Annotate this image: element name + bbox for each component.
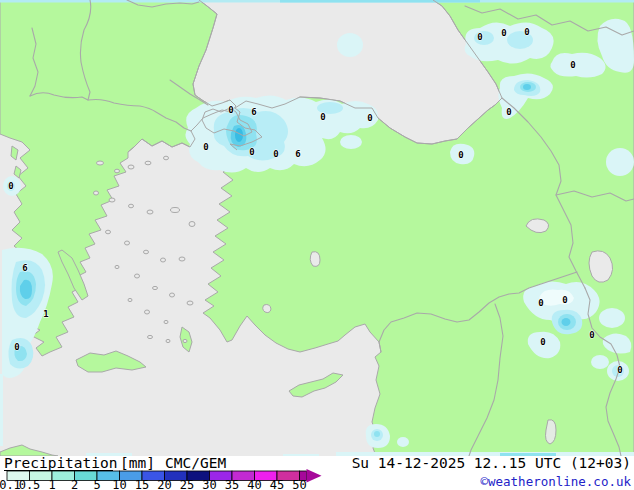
copyright-link[interactable]: ©weatheronline.co.uk bbox=[480, 474, 631, 489]
precip-value-marker: 6 bbox=[295, 149, 300, 159]
precip-levant-core bbox=[374, 431, 380, 437]
precip-value-marker: 6 bbox=[251, 107, 256, 117]
precip-value-marker: 0 bbox=[540, 337, 545, 347]
aegean-island bbox=[164, 156, 169, 160]
aegean-island bbox=[109, 198, 115, 202]
precip-levant-small bbox=[397, 437, 409, 447]
precip-value-marker: 0 bbox=[203, 142, 208, 152]
aegean-island bbox=[128, 298, 132, 301]
precip-value-marker: 0 bbox=[589, 330, 594, 340]
aegean-island bbox=[187, 301, 193, 305]
aegean-island bbox=[179, 257, 185, 261]
scale-label: 1 bbox=[48, 478, 55, 490]
aegean-island bbox=[135, 274, 140, 278]
aegean-island bbox=[170, 293, 175, 297]
aegean-island bbox=[164, 320, 168, 323]
precip-value-marker: 0 bbox=[14, 342, 19, 352]
aegean-island bbox=[115, 169, 120, 173]
precip-value-marker: 0 bbox=[524, 27, 529, 37]
precip-east-lobe1 bbox=[599, 308, 625, 328]
precip-value-marker: 1 bbox=[43, 309, 48, 319]
aegean-island bbox=[144, 250, 149, 254]
precip-value-marker: 0 bbox=[8, 181, 13, 191]
scale-label: 25 bbox=[180, 478, 194, 490]
precip-value-marker: 6 bbox=[22, 263, 27, 273]
aegean-island bbox=[125, 241, 130, 245]
precip-bottom-strip-b bbox=[283, 454, 319, 456]
scale-label: 0.5 bbox=[19, 478, 41, 490]
aegean-island bbox=[97, 161, 104, 165]
aegean-island bbox=[94, 191, 99, 195]
scale-label: 35 bbox=[225, 478, 239, 490]
legend-model: CMC/GEM bbox=[165, 455, 226, 471]
aegean-island bbox=[161, 258, 166, 262]
legend-title: Precipitation bbox=[4, 455, 118, 471]
legend-area: Precipitation [mm] CMC/GEM Su 14-12-2025… bbox=[0, 455, 634, 490]
aegean-island bbox=[129, 204, 134, 208]
aegean-island bbox=[153, 286, 158, 289]
precip-value-marker: 0 bbox=[228, 105, 233, 115]
precip-east-core bbox=[562, 318, 571, 326]
precip-value-marker: 0 bbox=[367, 113, 372, 123]
precip-east-small bbox=[591, 355, 609, 369]
aegean-island bbox=[145, 310, 150, 314]
aegean-island bbox=[145, 161, 151, 165]
scale-label: 5 bbox=[93, 478, 100, 490]
precip-value-marker: 0 bbox=[477, 32, 482, 42]
precipitation-forecast-map: 06100600060000000000000 Precipitation [m… bbox=[0, 0, 634, 490]
precip-value-marker: 0 bbox=[320, 112, 325, 122]
precip-value-marker: 0 bbox=[570, 60, 575, 70]
lake-tharthar bbox=[546, 420, 557, 444]
lake-tuz bbox=[310, 252, 320, 267]
precip-value-marker: 0 bbox=[538, 298, 543, 308]
aegean-island bbox=[183, 339, 187, 342]
aegean-island bbox=[115, 265, 119, 268]
precip-blacksea-mid bbox=[337, 33, 363, 57]
scale-label: 2 bbox=[71, 478, 78, 490]
aegean-island bbox=[171, 208, 180, 213]
aegean-island bbox=[166, 339, 170, 342]
precip-east-hole bbox=[539, 290, 574, 306]
scale-label: 50 bbox=[292, 478, 306, 490]
precip-value-marker: 0 bbox=[617, 365, 622, 375]
precip-value-marker: 0 bbox=[562, 295, 567, 305]
precip-pontic-core bbox=[523, 84, 531, 90]
legend-datetime: Su 14-12-2025 12..15 UTC (12+03) bbox=[352, 455, 631, 471]
precip-value-marker: 0 bbox=[458, 150, 463, 160]
precip-caucasus bbox=[550, 53, 605, 78]
aegean-island bbox=[128, 165, 134, 169]
scale-label: 10 bbox=[112, 478, 126, 490]
scale-label: 15 bbox=[135, 478, 149, 490]
map-area: 06100600060000000000000 bbox=[0, 0, 634, 456]
precip-edge-strip-west bbox=[0, 374, 3, 446]
lake-beysehir bbox=[263, 305, 271, 313]
precip-value-marker: 0 bbox=[501, 28, 506, 38]
aegean-island bbox=[189, 222, 195, 227]
precip-top-strip-dark bbox=[280, 0, 480, 3]
scale-label: 20 bbox=[157, 478, 171, 490]
aegean-island bbox=[148, 335, 153, 338]
precip-value-marker: 0 bbox=[506, 107, 511, 117]
scale-label: 30 bbox=[202, 478, 216, 490]
aegean-island bbox=[106, 230, 111, 234]
scale-label: 45 bbox=[270, 478, 284, 490]
precip-value-marker: 0 bbox=[249, 147, 254, 157]
precip-value-marker: 0 bbox=[273, 149, 278, 159]
aegean-island bbox=[147, 210, 153, 214]
scale-label: 40 bbox=[247, 478, 261, 490]
legend-unit: [mm] bbox=[120, 455, 155, 471]
precip-east-edge bbox=[606, 148, 634, 176]
precip-bithynia bbox=[340, 135, 362, 149]
